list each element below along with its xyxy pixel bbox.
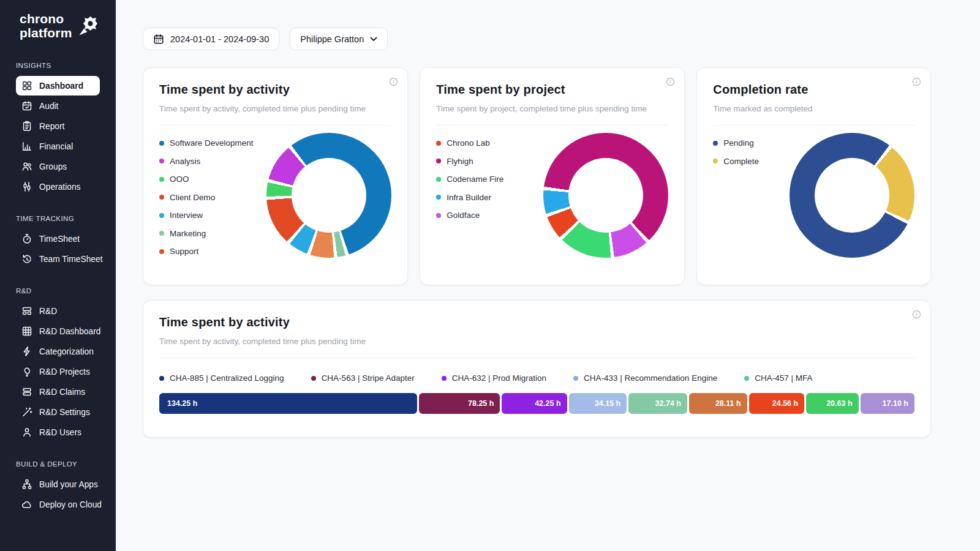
date-range-picker[interactable]: 2024-01-01 - 2024-09-30 — [143, 28, 279, 50]
info-icon[interactable] — [389, 77, 398, 86]
legend-item[interactable]: CHA-632 | Prod Migration — [442, 373, 546, 383]
cloud-icon — [21, 499, 32, 510]
sidebar-item-deploy-on-cloud[interactable]: Deploy on Cloud — [16, 495, 100, 514]
topbar: 2024-01-01 - 2024-09-30 Philippe Gratton — [143, 28, 931, 50]
legend-label: CHA-563 | Stripe Adapter — [322, 373, 415, 383]
legend-item[interactable]: CHA-457 | MFA — [744, 373, 812, 383]
sidebar-item-financial[interactable]: Financial — [16, 137, 100, 156]
bar-segment-value: 78.25 h — [468, 399, 494, 408]
sidebar-item-rnd-users[interactable]: R&D Users — [16, 422, 100, 442]
sidebar-item-categorization[interactable]: Categorization — [16, 342, 100, 361]
legend-item[interactable]: Support — [159, 247, 254, 256]
legend-label: Complete — [723, 157, 759, 166]
legend-item[interactable]: Codename Fire — [436, 174, 503, 184]
card-time-by-activity-bar: Time spent by activity Time spent by act… — [143, 300, 931, 438]
card-completion-rate: Completion rate Time marked as completed… — [696, 67, 931, 285]
card-subtitle: Time marked as completed — [713, 104, 914, 113]
user-name: Philippe Gratton — [300, 34, 364, 44]
grid-table-icon — [21, 326, 32, 337]
sidebar-item-label: Categorization — [39, 347, 94, 356]
bar-segment: 78.25 h — [419, 393, 500, 414]
legend-dot — [159, 231, 164, 236]
sidebar-item-label: Team TimeSheet — [39, 255, 103, 264]
card-body: Pending Complete — [713, 130, 914, 260]
legend-item[interactable]: CHA-885 | Centralized Logging — [159, 373, 284, 383]
sidebar-item-report[interactable]: Report — [16, 116, 100, 136]
sidebar-item-build-your-apps[interactable]: Build your Apps — [16, 474, 100, 494]
bar-segment-value: 24.56 h — [772, 399, 798, 408]
card-time-by-project: Time spent by project Time spent by proj… — [420, 67, 685, 285]
legend-item[interactable]: Analysis — [159, 157, 254, 166]
brand-name-line1: chrono — [20, 12, 72, 26]
legend-label: Chrono Lab — [447, 138, 490, 148]
card-title: Time spent by activity — [159, 83, 391, 97]
lightning-icon — [21, 346, 32, 357]
legend-item[interactable]: Chrono Lab — [436, 138, 503, 148]
section-label-build-deploy: BUILD & DEPLOY — [0, 460, 116, 468]
legend-dot — [573, 376, 578, 381]
legend-label: Analysis — [170, 157, 200, 166]
sidebar-item-label: Build your Apps — [39, 480, 98, 489]
card-time-by-activity: Time spent by activity Time spent by act… — [143, 67, 408, 285]
legend-item[interactable]: CHA-433 | Recommendation Engine — [573, 373, 717, 383]
card-body: Chrono Lab Flyhigh Codename Fire Infra B… — [436, 130, 668, 260]
sidebar-item-label: TimeSheet — [39, 234, 80, 244]
legend-label: CHA-885 | Centralized Logging — [170, 373, 284, 383]
sidebar-item-timesheet[interactable]: TimeSheet — [16, 229, 100, 249]
sidebar-item-operations[interactable]: Operations — [16, 177, 100, 197]
main-content: 2024-01-01 - 2024-09-30 Philippe Gratton… — [116, 0, 980, 551]
magic-wand-icon — [21, 407, 32, 418]
chart-legend: Pending Complete — [713, 138, 759, 166]
bar-segment: 134.25 h — [159, 393, 417, 414]
sidebar-item-groups[interactable]: Groups — [16, 157, 100, 176]
info-icon[interactable] — [912, 310, 921, 319]
bar-segment-value: 32.74 h — [655, 399, 681, 408]
sidebar-item-rnd-dashboard[interactable]: R&D Dashboard — [16, 321, 100, 341]
brand-logo: chrono platform — [0, 0, 116, 43]
sidebar-item-label: R&D Users — [39, 428, 81, 437]
sidebar-item-audit[interactable]: Audit — [16, 96, 100, 116]
card-title: Time spent by activity — [159, 315, 914, 329]
legend-label: Goldface — [447, 211, 480, 220]
section-label-insights: INSIGHTS — [0, 62, 116, 69]
card-header: Time spent by project Time spent by proj… — [436, 83, 668, 126]
card-header: Time spent by activity Time spent by act… — [159, 315, 914, 358]
nav-time-tracking: TimeSheet Team TimeSheet — [0, 222, 116, 269]
legend-dot — [713, 141, 718, 146]
card-title: Completion rate — [713, 83, 914, 97]
user-icon — [21, 427, 32, 438]
legend-label: Support — [170, 247, 198, 256]
info-icon[interactable] — [912, 77, 921, 86]
legend-item[interactable]: Interview — [159, 211, 254, 220]
info-icon[interactable] — [666, 77, 675, 86]
sidebar-item-rnd-settings[interactable]: R&D Settings — [16, 402, 100, 422]
legend-item[interactable]: Complete — [713, 157, 759, 166]
legend-item[interactable]: Software Development — [159, 138, 254, 148]
card-subtitle: Time spent by activity, completed time p… — [159, 104, 391, 113]
legend-item[interactable]: Client Demo — [159, 193, 254, 202]
legend-label: OOO — [170, 174, 189, 184]
legend-item[interactable]: Pending — [713, 138, 759, 148]
lightbulb-icon — [21, 366, 32, 377]
legend-item[interactable]: CHA-563 | Stripe Adapter — [311, 373, 415, 383]
sidebar-item-rnd[interactable]: R&D — [16, 301, 100, 321]
legend-item[interactable]: Goldface — [436, 211, 503, 220]
dashboard-grid-icon — [21, 80, 32, 91]
legend-item[interactable]: Flyhigh — [436, 157, 503, 166]
sidebar-item-rnd-projects[interactable]: R&D Projects — [16, 362, 100, 381]
sidebar-item-team-timesheet[interactable]: Team TimeSheet — [16, 249, 100, 269]
legend-label: CHA-457 | MFA — [755, 373, 812, 383]
sidebar-item-rnd-claims[interactable]: R&D Claims — [16, 382, 100, 402]
sidebar: chrono platform INSIGHTS Dashboard Audit… — [0, 0, 116, 551]
user-dropdown[interactable]: Philippe Gratton — [290, 28, 388, 50]
donut-chart-project — [543, 133, 668, 258]
legend-label: Pending — [723, 138, 754, 148]
sidebar-item-dashboard[interactable]: Dashboard — [16, 76, 100, 96]
sidebar-item-label: Financial — [39, 142, 73, 151]
nav-build-deploy: Build your Apps Deploy on Cloud — [0, 468, 116, 514]
legend-item[interactable]: Infra Builder — [436, 193, 503, 202]
brand-name-line2: platform — [20, 26, 72, 40]
legend-item[interactable]: Marketing — [159, 229, 254, 238]
legend-item[interactable]: OOO — [159, 174, 254, 184]
calendar-check-icon — [21, 100, 32, 111]
